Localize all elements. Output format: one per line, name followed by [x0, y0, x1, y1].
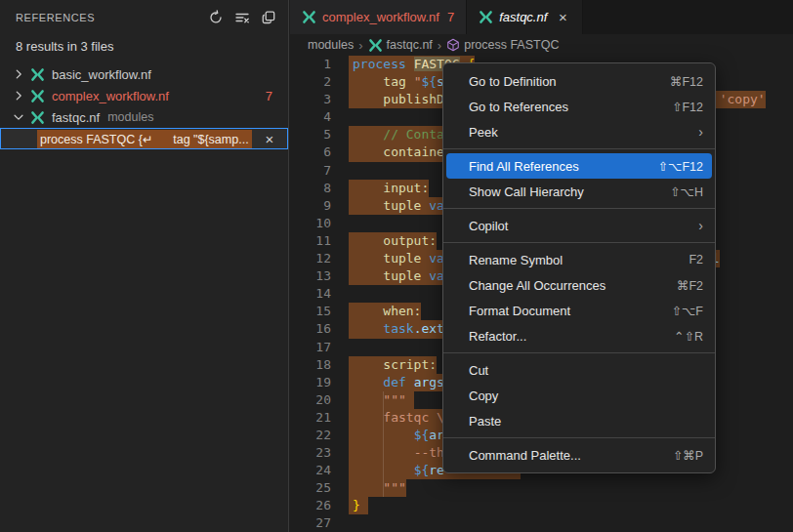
code-token — [406, 74, 414, 89]
code-token — [353, 92, 383, 106]
breadcrumb-item[interactable]: process FASTQC — [446, 38, 559, 52]
line-number: 16 — [290, 320, 331, 338]
menu-item-cut[interactable]: Cut — [446, 357, 712, 383]
menu-item-refactor[interactable]: Refactor...⌃⇧R — [446, 323, 712, 348]
menu-item-command-palette[interactable]: Command Palette...⇧⌘P — [446, 442, 712, 468]
menu-item-show-call-hierarchy[interactable]: Show Call Hierarchy⇧⌥H — [446, 179, 712, 204]
menu-item-change-all-occurrences[interactable]: Change All Occurrences⌘F2 — [446, 272, 712, 298]
indent-guide — [383, 391, 384, 498]
menu-separator — [443, 437, 715, 438]
nextflow-icon — [479, 10, 493, 24]
line-number: 23 — [290, 444, 331, 462]
line-number: 4 — [290, 108, 331, 126]
line-number: 25 — [290, 479, 331, 497]
code-token: ${ — [414, 428, 430, 442]
chevron-down-icon — [10, 110, 27, 124]
menu-item-label: Go to References — [469, 100, 672, 114]
tab-fastqc.nf[interactable]: fastqc.nf× — [467, 0, 583, 34]
code-token — [353, 181, 383, 195]
nextflow-icon — [27, 67, 47, 82]
menu-item-copy[interactable]: Copy — [446, 383, 712, 408]
code-token: script: — [383, 357, 437, 372]
menu-item-copilot[interactable]: Copilot› — [446, 213, 712, 238]
editor-tabs: complex_workflow.nf7fastqc.nf× — [290, 0, 793, 34]
code-token: args — [414, 375, 444, 389]
code-token: task — [383, 321, 413, 336]
menu-item-rename-symbol[interactable]: Rename SymbolF2 — [446, 247, 712, 272]
menu-item-label: Copilot — [469, 219, 698, 233]
code-text: --th — [353, 444, 444, 462]
reference-result-item[interactable]: process FASTQC {↵ tag "${samp...× — [0, 128, 288, 149]
reference-snippet: process FASTQC {↵ tag "${samp... — [37, 130, 252, 148]
menu-item-shortcut: F2 — [689, 253, 703, 266]
code-token — [353, 144, 383, 159]
code-token — [353, 304, 383, 318]
code-text: task.ext — [353, 320, 444, 338]
tab-close-icon[interactable]: × — [555, 10, 570, 24]
line-number: 8 — [290, 180, 331, 197]
code-text: containe — [353, 143, 444, 161]
breadcrumb: modules›fastqc.nf›process FASTQC — [290, 34, 793, 56]
menu-item-label: Find All References — [469, 159, 658, 174]
nextflow-icon — [27, 89, 47, 103]
references-sidebar: REFERENCES 8 results in 3 files basic_wo… — [0, 0, 289, 532]
menu-item-shortcut: ⇧⌘P — [673, 448, 703, 463]
editor-context-menu: Go to Definition⌘F12Go to References⇧F12… — [442, 62, 716, 473]
menu-item-paste[interactable]: Paste — [446, 408, 712, 433]
code-token — [353, 410, 383, 425]
code-text: input: — [353, 180, 429, 197]
tree-item-file[interactable]: fastqc.nfmodules — [0, 106, 288, 128]
breadcrumb-label: modules — [308, 38, 354, 52]
nextflow-icon — [302, 10, 316, 24]
code-token — [353, 127, 383, 142]
tab-problems-badge: 7 — [447, 10, 454, 24]
code-text: tuple va — [353, 267, 444, 285]
line-number: 18 — [290, 356, 331, 374]
tab-complex_workflow.nf[interactable]: complex_workflow.nf7 — [290, 0, 467, 34]
file-name-label: basic_workflow.nf — [52, 67, 151, 82]
refresh-button[interactable] — [206, 8, 226, 27]
file-path-description: modules — [107, 110, 153, 124]
tree-item-file[interactable]: basic_workflow.nf — [0, 63, 288, 85]
menu-item-label: Command Palette... — [469, 448, 673, 463]
breadcrumb-label: process FASTQC — [464, 38, 559, 52]
code-token: containe — [383, 144, 444, 159]
code-text: script: — [353, 356, 437, 374]
breadcrumb-separator-icon: › — [358, 38, 362, 53]
tree-item-file[interactable]: complex_workflow.nf7 — [0, 85, 288, 106]
menu-item-shortcut: ⌃⇧R — [674, 329, 703, 344]
references-panel-header: REFERENCES — [0, 0, 288, 35]
code-token: // Conta — [383, 127, 444, 142]
menu-item-go-to-definition[interactable]: Go to Definition⌘F12 — [446, 68, 712, 94]
menu-item-find-all-references[interactable]: Find All References⇧⌥F12 — [446, 153, 712, 179]
code-text: } — [353, 497, 360, 514]
code-token — [353, 198, 383, 213]
code-token — [353, 392, 383, 407]
line-number: 19 — [290, 374, 331, 391]
nextflow-icon — [27, 110, 47, 125]
breadcrumb-item[interactable]: fastqc.nf — [368, 38, 433, 53]
refresh-icon — [208, 10, 224, 25]
code-line[interactable]: 25 """ — [290, 479, 793, 497]
menu-item-shortcut: ⌘F2 — [677, 278, 703, 293]
results-summary: 8 results in 3 files — [0, 35, 288, 61]
code-line[interactable]: 27 — [290, 514, 793, 532]
menu-item-go-to-references[interactable]: Go to References⇧F12 — [446, 94, 712, 119]
menu-item-format-document[interactable]: Format Document⇧⌥F — [446, 298, 712, 323]
code-token: def — [383, 375, 413, 389]
collapse-all-button[interactable] — [259, 8, 278, 27]
menu-item-label: Go to Definition — [469, 74, 670, 89]
code-line[interactable]: 26} — [290, 497, 793, 514]
line-number: 27 — [290, 514, 331, 532]
line-number: 10 — [290, 215, 331, 232]
clear-results-button[interactable] — [232, 8, 252, 27]
menu-item-peek[interactable]: Peek› — [446, 119, 712, 144]
dismiss-reference-icon[interactable]: × — [261, 132, 278, 146]
code-token: output: — [383, 233, 437, 248]
code-token: tuple — [383, 268, 429, 283]
chevron-right-icon — [10, 67, 27, 81]
code-token: tuple — [383, 198, 429, 213]
vscode-window: REFERENCES 8 results in 3 files basic_wo… — [0, 0, 793, 532]
line-number: 11 — [290, 232, 331, 250]
breadcrumb-item[interactable]: modules — [308, 38, 354, 52]
